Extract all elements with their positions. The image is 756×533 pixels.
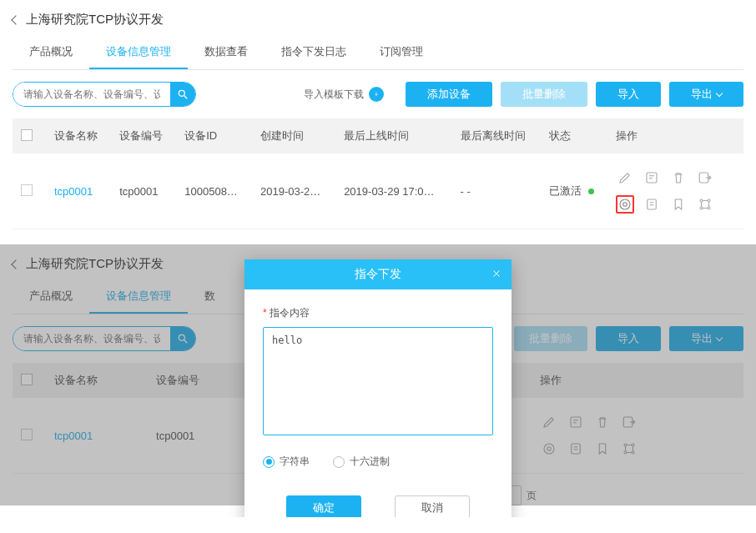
command-content-input[interactable]	[263, 327, 493, 435]
import-button[interactable]: 导入	[596, 82, 661, 107]
delete-icon	[593, 413, 612, 431]
svg-point-14	[700, 207, 703, 209]
table-row: tcp0001 tcp0001 1000508… 2019-03-2… 2019…	[13, 153, 743, 229]
col-name: 设备名称	[46, 363, 148, 398]
command-content-label: *指令内容	[263, 306, 493, 320]
chevron-down-icon	[716, 334, 723, 340]
device-id-cell: 1000508…	[176, 153, 252, 229]
svg-rect-3	[647, 173, 657, 183]
edit-icon[interactable]	[616, 168, 634, 187]
device-code-cell: tcp0001	[111, 153, 176, 229]
back-icon[interactable]	[11, 15, 20, 24]
add-device-button[interactable]: 添加设备	[406, 82, 492, 107]
modal-overlay-section: 上海研究院TCP协议开发 产品概况 设备信息管理 数 批量删除 导入 导出	[0, 244, 756, 505]
import-button: 导入	[596, 326, 661, 351]
svg-point-13	[708, 199, 710, 202]
svg-point-12	[700, 199, 703, 202]
detail-icon[interactable]	[643, 168, 661, 187]
tab-product-overview: 产品概况	[13, 280, 89, 314]
breadcrumb[interactable]: 上海研究院TCP协议开发	[13, 0, 743, 36]
confirm-button[interactable]: 确定	[286, 495, 361, 517]
select-all-checkbox[interactable]	[21, 129, 33, 141]
batch-delete-button: 批量删除	[514, 326, 587, 351]
page-title: 上海研究院TCP协议开发	[26, 256, 164, 272]
send-command-icon[interactable]	[616, 195, 634, 214]
svg-point-15	[708, 207, 710, 209]
search-icon	[177, 333, 189, 344]
log-icon[interactable]	[643, 195, 661, 214]
main-panel: 上海研究院TCP协议开发 产品概况 设备信息管理 数据查看 指令下发日志 订阅管…	[0, 0, 756, 229]
search-button[interactable]	[170, 82, 195, 107]
pagination-suffix: 页	[527, 489, 537, 503]
export-label: 导出	[691, 331, 713, 346]
export-button[interactable]: 导出	[669, 82, 743, 107]
log-icon	[567, 440, 585, 458]
tab-command-log[interactable]: 指令下发日志	[265, 36, 363, 69]
bookmark-icon[interactable]	[669, 195, 688, 214]
svg-rect-24	[571, 444, 580, 454]
svg-point-23	[547, 447, 551, 451]
modal-header: 指令下发	[244, 259, 512, 289]
close-icon	[491, 269, 501, 279]
table-header-row: 设备名称 设备编号 设备ID 创建时间 最后上线时间 最后离线时间 状态 操作	[13, 118, 743, 153]
chevron-down-icon	[716, 89, 723, 96]
export-row-icon[interactable]	[696, 168, 714, 187]
batch-delete-button[interactable]: 批量删除	[501, 82, 587, 107]
search-input[interactable]	[13, 83, 170, 106]
status-badge: 已激活	[549, 184, 599, 199]
create-time-cell: 2019-03-2…	[252, 153, 335, 229]
svg-line-17	[184, 340, 188, 344]
template-download-link[interactable]: 导入模板下载	[304, 87, 384, 102]
radio-hex[interactable]: 十六进制	[333, 455, 390, 469]
template-download-label: 导入模板下载	[304, 88, 364, 102]
col-create-time: 创建时间	[252, 118, 335, 153]
device-table: 设备名称 设备编号 设备ID 创建时间 最后上线时间 最后离线时间 状态 操作 …	[13, 118, 743, 229]
radio-indicator-icon	[263, 456, 275, 468]
col-status: 状态	[541, 118, 607, 153]
col-actions: 操作	[607, 118, 743, 153]
svg-line-1	[184, 96, 188, 99]
topology-icon	[620, 440, 638, 458]
svg-point-30	[632, 451, 634, 454]
last-online-cell: 2019-03-29 17:0…	[335, 153, 451, 229]
row-checkbox	[21, 429, 33, 440]
tab-data-view[interactable]: 数据查看	[188, 36, 265, 69]
search-icon	[177, 88, 189, 100]
cancel-button[interactable]: 取消	[395, 495, 470, 517]
search-button	[170, 326, 195, 351]
modal-close-button[interactable]	[491, 268, 501, 281]
back-icon	[11, 259, 20, 269]
tab-bar: 产品概况 设备信息管理 数据查看 指令下发日志 订阅管理	[13, 36, 743, 70]
modal-footer: 确定 取消	[244, 477, 512, 517]
svg-rect-18	[571, 417, 581, 427]
svg-point-8	[623, 203, 627, 207]
topology-icon[interactable]	[696, 195, 714, 214]
svg-point-0	[179, 90, 184, 96]
edit-icon	[540, 413, 558, 431]
col-last-online: 最后上线时间	[335, 118, 451, 153]
send-command-icon	[540, 440, 558, 458]
col-code: 设备编号	[148, 363, 249, 398]
detail-icon	[567, 413, 585, 431]
tab-product-overview[interactable]: 产品概况	[13, 36, 89, 69]
tab-device-info[interactable]: 设备信息管理	[89, 36, 188, 69]
tab-data-view-trim: 数	[188, 280, 232, 314]
page-title: 上海研究院TCP协议开发	[26, 12, 164, 28]
radio-string[interactable]: 字符串	[263, 455, 310, 469]
device-code-cell: tcp0001	[148, 398, 249, 474]
export-row-icon	[620, 413, 638, 431]
export-label: 导出	[691, 87, 713, 102]
device-name-link: tcp0001	[46, 398, 148, 474]
search-input	[13, 327, 170, 350]
field-label-text: 指令内容	[270, 307, 310, 319]
row-checkbox[interactable]	[21, 184, 33, 196]
delete-icon[interactable]	[669, 168, 688, 187]
svg-point-27	[624, 444, 627, 446]
tab-subscription[interactable]: 订阅管理	[363, 36, 440, 69]
tab-device-info: 设备信息管理	[89, 280, 188, 314]
col-actions: 操作	[532, 363, 743, 398]
radio-string-label: 字符串	[280, 455, 310, 469]
row-actions	[616, 168, 724, 214]
svg-point-22	[544, 444, 554, 454]
device-name-link[interactable]: tcp0001	[46, 153, 111, 229]
